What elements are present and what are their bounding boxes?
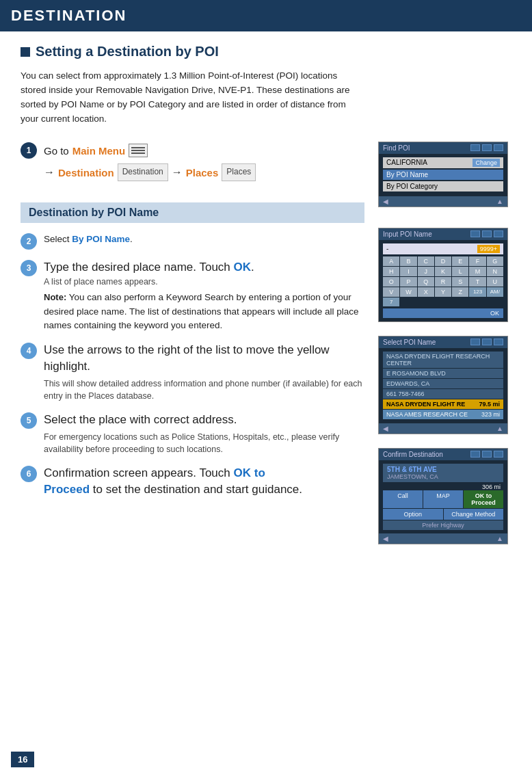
ss4-action-row-2: Option Change Method	[383, 509, 503, 520]
step-4-sub: This will show detailed address informat…	[44, 378, 364, 402]
step-1-line1: Go to Main Menu	[44, 142, 364, 160]
ss2-count: 9999+	[477, 245, 500, 253]
key-Z: Z	[452, 287, 468, 297]
ss4-title: Confirm Destination	[383, 451, 443, 458]
ss4-icon3	[494, 451, 503, 458]
screenshots-column: Find POI CALIFORNIA Change By POI Name	[378, 142, 511, 544]
main-content: Setting a Destination by POI You can sel…	[0, 44, 532, 565]
ss1-state-row: CALIFORNIA Change	[383, 157, 503, 168]
menu-grid-icon	[129, 144, 148, 157]
bullet-icon	[21, 47, 30, 57]
ss2-dash: -	[386, 245, 388, 252]
ss4-addr-line1: 5TH & 6TH AVE	[387, 466, 499, 473]
key-V: V	[383, 287, 399, 297]
ss3-flight-name: NASA DRYDEN FLIGHT RE	[386, 401, 465, 408]
ss2-input-area: - 9999+	[383, 243, 503, 254]
ss3-next: ▲	[496, 425, 503, 432]
ss2-ok-btn: OK	[383, 308, 503, 318]
screenshot-find-poi: Find POI CALIFORNIA Change By POI Name	[378, 142, 508, 207]
dest-badge: Destination	[118, 163, 168, 181]
step-num-5: 5	[21, 412, 37, 429]
key-Y: Y	[435, 287, 451, 297]
step-num-4: 4	[21, 343, 37, 359]
ss4-change-method-btn: Change Method	[444, 509, 504, 520]
screenshot-input-poi: Input POI Name - 9999+ A B C	[378, 228, 508, 322]
ss1-titlebar: Find POI	[379, 142, 507, 154]
ss1-back: ◀	[383, 198, 388, 205]
ss1-poi-name: By POI Name	[386, 171, 428, 178]
arrow-icon-2: →	[172, 163, 183, 183]
page-number: 16	[11, 752, 34, 767]
ss1-icon2	[482, 144, 492, 151]
section-title-text: Setting a Destination by POI	[36, 44, 219, 59]
ss2-titlebar: Input POI Name	[379, 228, 507, 240]
step-6: 6 Confirmation screen appears. Touch OK …	[21, 465, 364, 498]
key-7: 7	[383, 297, 399, 306]
step-6-suffix: to set the destination and start guidanc…	[90, 483, 302, 496]
ss2-body: - 9999+ A B C D E F G H I J K	[379, 240, 507, 321]
key-D: D	[435, 256, 451, 266]
ss1-change-btn: Change	[473, 159, 500, 167]
key-K: K	[435, 267, 451, 276]
key-C: C	[418, 256, 434, 266]
step-num-3: 3	[21, 260, 37, 276]
ss2-icon3	[494, 230, 503, 237]
key-B: B	[400, 256, 416, 266]
ss1-title: Find POI	[383, 144, 410, 152]
key-A: A	[383, 256, 399, 266]
step-1-places: Places	[186, 163, 219, 182]
key-T: T	[469, 277, 486, 287]
section-title: Setting a Destination by POI	[21, 44, 511, 59]
ss2-icons	[470, 230, 503, 237]
step-3-suffix: .	[251, 261, 254, 274]
step-num-6: 6	[21, 466, 37, 482]
key-G: G	[487, 256, 503, 266]
ss4-ok-btn: OK to Proceed	[464, 490, 503, 508]
ss3-bottom: ◀ ▲	[379, 423, 507, 434]
note-text-content: You can also perform a Keyword Search by…	[44, 292, 359, 330]
step-3-large-text: Type the desired place name. Touch OK.	[44, 259, 364, 276]
step-1-destination: Destination	[58, 163, 114, 182]
key-X: X	[418, 287, 434, 297]
ss4-dist: 306 mi	[383, 484, 503, 490]
step-3-ok: OK	[234, 261, 252, 274]
key-U: U	[487, 277, 503, 287]
key-I: I	[400, 267, 416, 276]
ss1-poi-name-row: By POI Name	[383, 170, 503, 180]
step-6-large-text: Confirmation screen appears. Touch OK to…	[44, 465, 364, 498]
ss4-back: ◀	[383, 535, 388, 542]
ss4-bottom: ◀ ▲	[379, 533, 507, 544]
ss3-item-addr2: EDWARDS, CA	[383, 379, 503, 388]
screenshot-confirm-dest: Confirm Destination 5TH & 6TH AVE JAMEST…	[378, 448, 508, 544]
page-header: DESTINATION	[0, 0, 532, 31]
step-2-highlight: By POI Name	[72, 234, 130, 244]
intro-paragraph: You can select from approximately 1.3 Mi…	[21, 69, 356, 127]
ss4-option-btn: Option	[383, 509, 443, 520]
key-J: J	[418, 267, 434, 276]
step-3: 3 Type the desired place name. Touch OK.…	[21, 259, 364, 332]
ss3-item-ames: NASA AMES RESEARCH CE 323 mi	[383, 410, 503, 419]
step-2-prefix: Select	[44, 234, 72, 244]
ss3-ames-dist: 323 mi	[481, 411, 500, 418]
step-3-content: Type the desired place name. Touch OK. A…	[44, 259, 364, 332]
ss3-icon3	[494, 339, 503, 345]
key-E: E	[452, 256, 468, 266]
ss4-action-row-1: Call MAP OK to Proceed	[383, 490, 503, 508]
key-H: H	[383, 267, 399, 276]
step-4-content: Use the arrows to the right of the list …	[44, 342, 364, 402]
ss3-item-addr1: E ROSAMOND BLVD	[383, 369, 503, 378]
step-3-sub1: A list of place names appears.	[44, 276, 364, 288]
ss2-title: Input POI Name	[383, 230, 432, 238]
screenshot-select-poi: Select POI Name NASA DRYDEN FLIGHT RESEA…	[378, 336, 508, 434]
key-am: AM/	[487, 287, 503, 297]
step-3-prefix: Type the desired place name. Touch	[44, 261, 234, 274]
key-P: P	[400, 277, 416, 287]
ss1-poi-cat: By POI Category	[386, 183, 438, 190]
key-R: R	[435, 277, 451, 287]
ss1-poi-cat-row: By POI Category	[383, 181, 503, 191]
steps-column: 1 Go to Main Menu → Destination Destinat…	[21, 142, 364, 544]
page-title: DESTINATION	[11, 7, 521, 25]
ss3-titlebar: Select POI Name	[379, 336, 507, 348]
ss1-state: CALIFORNIA	[386, 159, 427, 166]
ss2-icon2	[482, 230, 492, 237]
